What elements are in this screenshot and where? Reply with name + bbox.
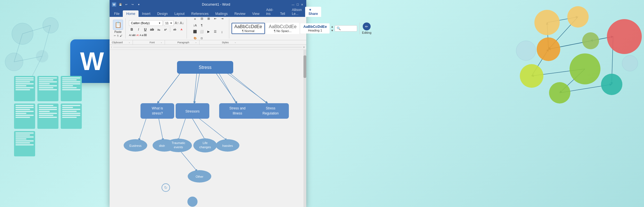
subscript-button[interactable]: x₂ — [156, 27, 162, 32]
show-formatting-button[interactable]: ¶ — [199, 22, 205, 28]
line-spacing-button[interactable]: ↨ — [219, 29, 225, 35]
doc-thumb-2[interactable] — [37, 76, 58, 101]
decrease-font-button[interactable]: A↓ — [180, 21, 184, 25]
label-illness-2: Illness — [233, 111, 242, 115]
style-heading1[interactable]: AaBbCcDdEe Heading 1 — [300, 23, 330, 33]
editing-label: Editing — [362, 31, 371, 34]
numbering-button[interactable]: ⊟ — [199, 16, 205, 22]
doc-thumb-3[interactable] — [61, 76, 82, 101]
superscript-button[interactable]: x² — [163, 27, 168, 32]
styles-down-arrow[interactable]: ▼ — [331, 29, 334, 32]
quick-access-more[interactable]: ▼ — [137, 2, 141, 7]
align-center-button[interactable]: ⬜ — [199, 29, 205, 35]
copy-icon[interactable]: ⎘ — [117, 34, 119, 37]
doc-thumb-6[interactable] — [61, 104, 82, 129]
styles-dialog-launcher[interactable]: ⌄ — [234, 41, 236, 44]
paste-button[interactable]: 📋 Paste — [113, 20, 123, 33]
document-area: Stress — [110, 50, 306, 207]
highlight-button[interactable]: ab — [172, 27, 178, 32]
font-size-small[interactable]: a — [142, 34, 143, 37]
tab-layout[interactable]: Layout — [171, 10, 188, 17]
tab-design[interactable]: Design — [154, 10, 171, 17]
close-button[interactable]: ✕ — [300, 3, 304, 6]
ribbon-labels: Clipboard ⌄ Font ⌄ Paragraph ⌄ Styles ⌄ — [110, 40, 306, 44]
doc-page-container: Stress — [110, 50, 306, 207]
clear-formatting-button[interactable]: ⌧ — [144, 34, 147, 37]
format-painter-icon[interactable]: 🖌 — [120, 34, 122, 37]
sort-button[interactable]: ↕A — [192, 22, 198, 28]
mindmap-svg: Stress — [115, 53, 301, 207]
tab-home[interactable]: Home — [123, 10, 139, 17]
minimize-button[interactable]: — — [291, 3, 295, 6]
cut-icon[interactable]: ✂ — [114, 34, 116, 37]
svg-point-29 — [520, 64, 543, 88]
undo-button[interactable]: ↩ — [124, 2, 129, 7]
paragraph-dialog-launcher[interactable]: ⌄ — [195, 41, 197, 44]
bold-button[interactable]: B — [129, 27, 135, 32]
font-color-picker[interactable]: A⃞ — [137, 34, 139, 37]
style-normal[interactable]: AaBbCcDdEe ¶ Normal — [232, 23, 265, 34]
node-regulation — [252, 103, 289, 119]
scroll-track[interactable] — [113, 47, 302, 48]
font-name-arrow: ▼ — [158, 22, 161, 24]
font-color-button[interactable]: A — [179, 27, 184, 32]
window-title: Document1 - Word — [141, 3, 291, 6]
clipboard-dialog-launcher[interactable]: ⌄ — [128, 41, 130, 44]
maximize-button[interactable]: ☐ — [296, 3, 300, 6]
share-button[interactable]: ▼ Share — [305, 7, 321, 17]
doc-thumb-1[interactable] — [14, 76, 35, 101]
svg-point-28 — [607, 19, 642, 54]
align-right-button[interactable]: ▶ — [205, 29, 212, 35]
styles-group: AaBbCcDdEe ¶ Normal AaBbCcDdEe ¶ No Spac… — [232, 23, 357, 34]
style-nospacing[interactable]: AaBbCcDdEe ¶ No Spaci... — [266, 23, 300, 34]
align-left-button[interactable]: ⬛ — [192, 29, 198, 35]
redo-button[interactable]: ↪ — [130, 2, 135, 7]
font-size-large[interactable]: A — [140, 34, 141, 37]
styles-up-arrow[interactable]: ▲ — [331, 25, 334, 28]
highlight-color-button[interactable]: ab⃞ — [132, 34, 136, 37]
tab-review[interactable]: Review — [231, 10, 249, 17]
font-dialog-launcher[interactable]: ⌄ — [160, 41, 162, 44]
save-button[interactable]: 💾 — [118, 2, 123, 7]
paragraph-label: Paragraph ⌄ — [165, 40, 199, 44]
decrease-indent-button[interactable]: ⇤ — [212, 16, 218, 22]
word-window: W 💾 ↩ ↪ ▼ Document1 - Word — ☐ ✕ File Ho… — [110, 0, 306, 207]
svg-point-32 — [601, 74, 622, 95]
strikethrough-button[interactable]: ab — [149, 27, 155, 32]
document-scrollbar[interactable] — [303, 50, 306, 207]
font-size-dropdown[interactable]: 11 ▼ — [164, 20, 174, 26]
label-stressors: Stressors — [185, 109, 200, 113]
scroll-thumb[interactable] — [303, 55, 306, 78]
underline-button[interactable]: U — [142, 27, 148, 32]
tab-file[interactable]: File — [111, 10, 123, 17]
label-other: Other — [196, 175, 203, 178]
ribbon-search[interactable]: 🔍 — [335, 25, 357, 32]
document-thumbnails — [14, 76, 82, 156]
node-partial-bottom — [187, 197, 198, 207]
doc-thumb-4[interactable] — [14, 104, 35, 129]
tab-view[interactable]: View — [249, 10, 263, 17]
font-group: Calibri (Body) ▼ 11 ▼ A↑ A↓ B I U — [128, 18, 187, 39]
bullets-button[interactable]: ≡ — [192, 16, 198, 22]
italic-button[interactable]: I — [136, 27, 141, 32]
tab-addins[interactable]: Add-ins — [263, 6, 276, 17]
doc-thumb-5[interactable] — [37, 104, 58, 129]
text-effects-button[interactable]: A⃞ — [129, 34, 131, 37]
increase-indent-button[interactable]: ⇥ — [219, 16, 225, 22]
styles-scroll-arrows[interactable]: ▲ ▼ — [331, 25, 334, 32]
ruler-indicator: ↑ — [111, 46, 112, 49]
tab-tell[interactable]: Tell — [277, 10, 289, 17]
multilevel-list-button[interactable]: ⊞ — [205, 16, 212, 22]
clipboard-label: Clipboard ⌄ — [110, 40, 133, 44]
label-whatstress-2: stress? — [152, 111, 163, 115]
font-size-value: 11 — [165, 21, 169, 25]
doc-thumb-7[interactable] — [14, 131, 35, 156]
tab-insert[interactable]: Insert — [139, 10, 154, 17]
font-name-dropdown[interactable]: Calibri (Body) ▼ — [129, 20, 163, 26]
ruler-close[interactable]: ✕ — [303, 46, 305, 49]
increase-font-button[interactable]: A↑ — [175, 21, 179, 25]
tab-account[interactable]: Allison Le... — [289, 6, 305, 17]
justify-button[interactable]: ☰ — [212, 29, 218, 35]
line-eustress — [139, 119, 146, 140]
label-traumatic-1: Traumatic — [172, 141, 185, 145]
